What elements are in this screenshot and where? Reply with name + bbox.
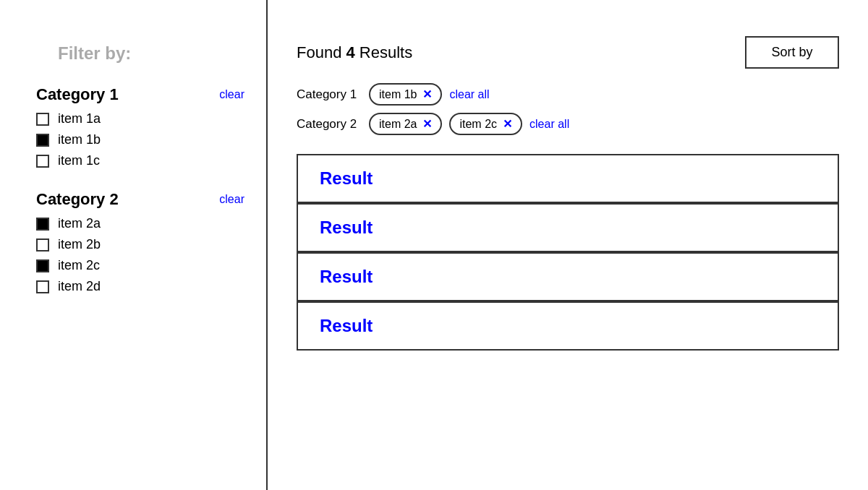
filter-tag-1b[interactable]: item 1b ✕ [369, 83, 442, 106]
sidebar: Filter by: Category 1 clear item 1a item… [0, 0, 268, 490]
result-card-4[interactable]: Result [297, 301, 839, 351]
result-card-3-label: Result [320, 267, 373, 287]
checkbox-label-2c: item 2c [58, 258, 100, 273]
checkbox-item-2c[interactable]: item 2c [36, 258, 244, 273]
filter-cat2-label: Category 2 [297, 117, 362, 132]
filter-tag-2a-label: item 2a [379, 118, 417, 131]
main-content: Found 4 Results Sort by Category 1 item … [268, 0, 868, 490]
checkbox-2b[interactable] [36, 238, 49, 252]
checkbox-2d[interactable] [36, 280, 49, 293]
checkbox-1b[interactable] [36, 134, 49, 147]
filter-tag-1b-label: item 1b [379, 88, 417, 101]
category-1-header: Category 1 clear [36, 85, 244, 104]
sort-by-button[interactable]: Sort by [745, 36, 839, 69]
checkbox-1c[interactable] [36, 155, 49, 168]
checkbox-item-1c[interactable]: item 1c [36, 153, 244, 168]
result-card-2[interactable]: Result [297, 203, 839, 252]
results-list: Result Result Result Result [297, 154, 839, 468]
filter-tag-2a[interactable]: item 2a ✕ [369, 113, 442, 135]
checkbox-1a[interactable] [36, 113, 49, 126]
filter-tag-2c-remove[interactable]: ✕ [503, 117, 512, 131]
category-1-title: Category 1 [36, 85, 119, 104]
filter-row-cat1: Category 1 item 1b ✕ clear all [297, 83, 839, 106]
result-card-1-label: Result [320, 168, 373, 189]
checkbox-2c[interactable] [36, 259, 49, 272]
checkbox-label-1a: item 1a [58, 111, 101, 126]
result-card-1[interactable]: Result [297, 154, 839, 203]
results-prefix: Found [297, 43, 346, 61]
filter-tag-1b-remove[interactable]: ✕ [422, 87, 432, 101]
checkbox-item-2b[interactable]: item 2b [36, 237, 244, 252]
checkbox-item-2d[interactable]: item 2d [36, 279, 244, 294]
filter-cat2-clear-all[interactable]: clear all [529, 118, 569, 131]
active-filters: Category 1 item 1b ✕ clear all Category … [297, 83, 839, 142]
checkbox-label-2a: item 2a [58, 216, 101, 231]
filter-tag-2c[interactable]: item 2c ✕ [449, 113, 522, 135]
results-number: 4 [346, 43, 355, 61]
filter-tag-2c-label: item 2c [459, 118, 497, 131]
checkbox-item-1b[interactable]: item 1b [36, 132, 244, 147]
checkbox-item-1a[interactable]: item 1a [36, 111, 244, 126]
filter-tag-2a-remove[interactable]: ✕ [422, 117, 432, 131]
filter-cat1-clear-all[interactable]: clear all [449, 88, 489, 101]
category-2-header: Category 2 clear [36, 190, 244, 209]
result-card-2-label: Result [320, 218, 373, 238]
result-card-4-label: Result [320, 316, 373, 336]
category-2-title: Category 2 [36, 190, 119, 209]
category-1-clear-button[interactable]: clear [219, 88, 244, 101]
filter-row-cat2: Category 2 item 2a ✕ item 2c ✕ clear all [297, 113, 839, 135]
checkbox-label-1c: item 1c [58, 153, 100, 168]
filter-cat1-label: Category 1 [297, 87, 362, 102]
checkbox-item-2a[interactable]: item 2a [36, 216, 244, 231]
main-header: Found 4 Results Sort by [297, 36, 839, 69]
filter-by-label: Filter by: [36, 43, 244, 64]
results-count: Found 4 Results [297, 43, 412, 62]
results-suffix: Results [355, 43, 412, 61]
checkbox-label-1b: item 1b [58, 132, 101, 147]
checkbox-label-2d: item 2d [58, 279, 101, 294]
checkbox-label-2b: item 2b [58, 237, 101, 252]
category-2-clear-button[interactable]: clear [219, 193, 244, 206]
result-card-3[interactable]: Result [297, 252, 839, 301]
checkbox-2a[interactable] [36, 218, 49, 231]
